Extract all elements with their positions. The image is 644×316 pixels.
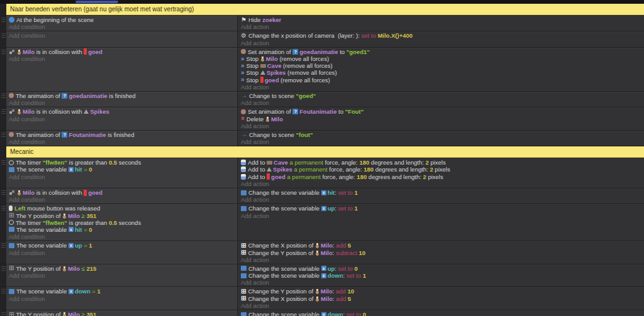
add-action-link[interactable]: Add action <box>238 123 644 129</box>
action-line[interactable]: ⊞Change the Y position of Milo: subtract… <box>238 249 644 256</box>
action-line[interactable]: »Stop Spikes (remove all forces) <box>238 69 644 76</box>
action-line[interactable]: Add to Spikes a permanent force, angle: … <box>238 166 644 173</box>
add-action-link[interactable]: Add action <box>238 23 644 30</box>
add-action-link[interactable]: Add action <box>238 40 644 46</box>
action-line[interactable]: ×Delete Milo <box>238 115 644 122</box>
sentence-segment: Milo <box>68 212 80 219</box>
event-drag-handle[interactable] <box>1 160 6 165</box>
action-line[interactable]: ⚑Hide zoeker <box>238 16 644 23</box>
event-drag-handle[interactable] <box>1 133 6 138</box>
sentence-segment: 1 <box>354 205 357 212</box>
collision-icon <box>9 190 15 195</box>
event-drag-handle[interactable] <box>1 33 6 38</box>
event-drag-handle[interactable] <box>1 94 6 99</box>
sentence-segment: is greater than <box>67 159 109 166</box>
add-condition-link[interactable]: Add condition <box>6 233 237 240</box>
event-drag-handle[interactable] <box>1 206 6 211</box>
sentence-segment: 1 <box>97 288 101 295</box>
add-action-link[interactable]: Add action <box>238 138 644 145</box>
event-row: At the beginning of the sceneAdd conditi… <box>0 16 644 31</box>
condition-line[interactable]: ⊞The Y position of Milo ≤ 215 <box>6 265 237 272</box>
sentence-segment: Stop <box>247 69 260 76</box>
sentence-segment: Add to <box>248 166 267 173</box>
condition-line[interactable]: The animation of ?Foutanimatie is finish… <box>6 131 237 138</box>
condition-line[interactable]: Milo is in collision with goed <box>6 48 237 55</box>
event-gutter <box>0 31 6 46</box>
add-condition-link[interactable]: Add condition <box>6 295 237 302</box>
event-drag-handle[interactable] <box>1 109 6 114</box>
action-line[interactable]: Add to Cave a permanent force, angle: 18… <box>238 159 644 166</box>
condition-line[interactable]: The scene variable xup = 1 <box>6 242 237 249</box>
action-line[interactable]: »Stop goed (remove all forces) <box>238 77 644 84</box>
conditions-column: The scene variable xdown = 1Add conditio… <box>6 287 237 310</box>
condition-line[interactable]: The timer "ffw8en" is greater than 0.5 s… <box>6 219 237 226</box>
event-drag-handle[interactable] <box>1 50 6 55</box>
action-line[interactable]: ⊞Change the Y position of Milo: add 10 <box>238 288 644 295</box>
add-condition-link[interactable]: Add condition <box>6 173 237 180</box>
action-line[interactable]: Change the scene variable xup: set to 0 <box>238 265 644 272</box>
add-condition-link[interactable]: Add condition <box>6 99 237 106</box>
scrollbar-thumb[interactable] <box>75 1 118 3</box>
event-drag-handle[interactable] <box>1 266 6 271</box>
event-drag-handle[interactable] <box>1 243 6 248</box>
event-drag-handle[interactable] <box>1 190 6 195</box>
condition-line[interactable]: ⊞The Y position of Milo ≥ 351 <box>6 212 237 219</box>
condition-line[interactable]: The scene variable xdown = 1 <box>6 288 237 295</box>
condition-line[interactable]: The scene variable xhit = 0 <box>6 166 237 173</box>
add-condition-link[interactable]: Add condition <box>6 115 237 122</box>
add-condition-link[interactable]: Add condition <box>6 196 237 203</box>
add-action-link[interactable]: Add action <box>238 279 644 286</box>
condition-line[interactable]: The scene variable xhit = 0 <box>6 226 237 233</box>
condition-line[interactable]: Milo is in collision with goed <box>6 189 237 196</box>
sentence-segment: Change the scene variable <box>248 311 321 316</box>
event-drag-handle[interactable] <box>1 289 6 294</box>
add-condition-link[interactable]: Add condition <box>6 55 237 62</box>
condition-line[interactable]: Milo is in collision with Spikes <box>6 108 237 115</box>
add-action-link[interactable]: Add action <box>238 84 644 90</box>
sentence-segment: a permanent <box>286 173 321 180</box>
action-line[interactable]: Change the scene variable xup: set to 1 <box>238 205 644 212</box>
action-line[interactable]: Change the scene variable xhit: set to 1 <box>238 189 644 196</box>
action-line[interactable]: Add to goed a permanent force, angle: 18… <box>238 173 644 180</box>
event-drag-handle[interactable] <box>1 312 6 316</box>
comment-bar[interactable]: Mecanic <box>6 146 644 158</box>
action-line[interactable]: →Change to scene "goed" <box>238 92 644 99</box>
variable-badge-icon: x <box>69 289 74 294</box>
action-line[interactable]: Change the scene variable xdown: set to … <box>238 272 644 279</box>
add-action-link[interactable]: Add action <box>238 302 644 309</box>
add-condition-link[interactable]: Add condition <box>6 23 237 30</box>
action-line[interactable]: →Change to scene "fout" <box>238 131 644 138</box>
event-drag-handle[interactable] <box>1 18 6 23</box>
add-condition-link[interactable]: Add condition <box>6 249 237 256</box>
condition-line[interactable]: Left mouse button was released <box>6 205 237 212</box>
action-line[interactable]: »Stop Cave (remove all forces) <box>238 62 644 69</box>
action-line[interactable]: ⊞Change the X position of Milo: add 5 <box>238 242 644 249</box>
action-line[interactable]: ⊞Change the X position of Milo: add 5 <box>238 295 644 302</box>
camera-icon: ⚙ <box>241 33 247 39</box>
condition-line[interactable]: The animation of ?goedanimatie is finish… <box>6 92 237 99</box>
add-condition-link[interactable]: Add condition <box>6 272 237 279</box>
actions-column: ⚑Hide zoekerAdd action <box>238 16 644 31</box>
action-line[interactable]: ⚙Change the x position of camera (layer:… <box>238 32 644 39</box>
action-line[interactable]: Set animation of ?Foutanimatie to "Fout" <box>238 108 644 115</box>
sentence-segment: Delete <box>247 116 265 123</box>
condition-line[interactable]: ⊞The Y position of Milo ≥ 351 <box>6 311 237 316</box>
sentence-segment: subtract <box>336 249 358 256</box>
sentence-segment: Set animation of <box>248 108 292 115</box>
action-line[interactable]: Set animation of ?goedanimatie to "goed1… <box>238 48 644 55</box>
comment-bar[interactable]: Naar beneden verbeteren (gaat nu gelijk … <box>6 4 644 15</box>
add-action-link[interactable]: Add action <box>238 196 644 203</box>
sentence-segment: Add to <box>248 173 267 180</box>
add-action-link[interactable]: Add action <box>238 256 644 263</box>
horizontal-scrollbar[interactable] <box>0 0 644 4</box>
action-line[interactable]: »Stop Milo (remove all forces) <box>238 55 644 62</box>
action-line[interactable]: Change the scene variable xdown: set to … <box>238 311 644 316</box>
sentence-segment: set to <box>338 265 355 272</box>
condition-line[interactable]: At the beginning of the scene <box>6 16 237 23</box>
condition-line[interactable]: The timer "ffw8en" is greater than 0.5 s… <box>6 159 237 166</box>
add-action-link[interactable]: Add action <box>238 212 644 219</box>
add-action-link[interactable]: Add action <box>238 180 644 187</box>
add-condition-link[interactable]: Add condition <box>6 32 237 39</box>
add-condition-link[interactable]: Add condition <box>6 138 237 145</box>
add-action-link[interactable]: Add action <box>238 99 644 106</box>
